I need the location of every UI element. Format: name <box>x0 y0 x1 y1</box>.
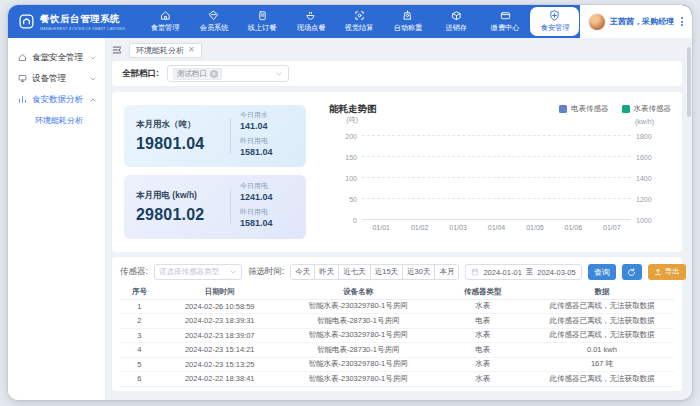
y-axis-unit-right: (kw/h) <box>635 118 654 125</box>
logo-text: 餐饮后台管理系统 MANAGEMENT SYSTEM OF SMART CANT… <box>40 13 135 31</box>
stat-card: 本月用水（吨）19801.04今日用水141.04昨日用电1581.04 <box>124 105 306 167</box>
sensor-select-placeholder: 请选择传感器类型 <box>159 267 229 277</box>
auto-weigh-icon <box>402 10 413 21</box>
legend-item[interactable]: 电表传感器 <box>559 104 609 114</box>
top-nav-item[interactable]: 食安管理 <box>530 7 579 36</box>
top-nav-item[interactable]: 进销存 <box>432 5 481 38</box>
table-cell: 2024-02-23 15:14:21 <box>159 343 281 358</box>
table-row[interactable]: 62024-02-22 18:38:41智能水表-230329780-1号房间水… <box>120 372 674 387</box>
records-table-wrap: 序号日期时间设备名称传感器类型数据12024-02-26 10:58:59智能水… <box>120 285 674 387</box>
top-nav-item[interactable]: 现场点餐 <box>287 5 336 38</box>
quick-range-button[interactable]: 近15天 <box>371 265 403 279</box>
table-cell: 电表 <box>436 314 530 329</box>
user-menu-dots-icon[interactable] <box>681 17 683 26</box>
stall-select[interactable]: 测试档口 ✕ <box>167 65 289 82</box>
table-row[interactable]: 32024-02-23 18:39:07智能水表-230329780-1号房间水… <box>120 328 674 343</box>
y-axis-tick-left: 0 <box>353 217 357 224</box>
stall-filter-label: 全部档口: <box>122 68 159 80</box>
sidebar-item-label: 食堂安全管理 <box>32 52 83 64</box>
stat-card-main: 本月用水（吨）19801.04 <box>136 119 228 153</box>
top-nav-item[interactable]: 会员系统 <box>189 5 238 38</box>
y-axis-tick-left: 100 <box>345 175 357 182</box>
top-nav-item[interactable]: 缴费中心 <box>481 5 530 38</box>
quick-range-group: 今天昨天近七天近15天近30天本月 <box>290 264 459 280</box>
date-start[interactable]: 2024-01-01 <box>483 268 521 277</box>
top-nav-item[interactable]: 自动称重 <box>384 5 433 38</box>
legend-label: 电表传感器 <box>571 104 609 114</box>
top-nav-item[interactable]: 视觉结算 <box>335 5 384 38</box>
quick-range-button[interactable]: 近30天 <box>403 265 435 279</box>
energy-trend-chart: 能耗走势图 电表传感器水表传感器 01000501200100140015016… <box>316 94 679 246</box>
records-card: 传感器: 请选择传感器类型 筛选时间: 今天昨天近七天近15天近30天本月 20… <box>112 257 682 391</box>
refresh-button[interactable] <box>622 264 642 280</box>
quick-range-button[interactable]: 昨天 <box>315 265 339 279</box>
table-cell: 此传感器已离线，无法获取数据 <box>530 372 674 387</box>
legend-item[interactable]: 水表传感器 <box>622 104 672 114</box>
stat-card-main: 本月用电 (kw/h)29801.02 <box>136 190 228 224</box>
app-title: 餐饮后台管理系统 <box>40 13 135 26</box>
stat-sub-values: 今日用水141.04昨日用电1581.04 <box>240 110 273 162</box>
app-logo: 餐饮后台管理系统 MANAGEMENT SYSTEM OF SMART CANT… <box>8 5 141 38</box>
quick-range-button[interactable]: 近七天 <box>339 265 371 279</box>
inventory-icon <box>451 10 462 21</box>
query-button[interactable]: 查询 <box>588 264 616 280</box>
chevron-down-icon <box>89 75 97 83</box>
sidebar-item[interactable]: 食安数据分析 <box>8 89 105 110</box>
stall-tag-label: 测试档口 <box>177 69 207 79</box>
canteen-safety-icon <box>18 53 27 62</box>
export-button[interactable]: 导出 <box>648 264 686 280</box>
tab-env-energy-analysis[interactable]: 环境能耗分析 ✕ <box>129 43 202 58</box>
table-row[interactable]: 52024-02-23 15:13:25智能水表-230329780-1号房间水… <box>120 357 674 372</box>
y-axis-tick-left: 200 <box>345 133 357 140</box>
top-nav-item-label: 视觉结算 <box>345 23 374 33</box>
top-nav-item[interactable]: 食堂管理 <box>141 5 190 38</box>
top-nav: 食堂管理会员系统线上订餐现场点餐视觉结算自动称重进销存缴费中心食安管理 <box>141 5 580 38</box>
table-cell: 水表 <box>436 357 530 372</box>
table-row[interactable]: 12024-02-26 10:58:59智能水表-230329780-1号房间水… <box>120 299 674 314</box>
sidebar-item[interactable]: 设备管理 <box>8 68 105 89</box>
sensor-type-select[interactable]: 请选择传感器类型 <box>154 264 242 280</box>
stat-sub-label: 昨日用电 <box>240 207 273 217</box>
table-cell: 智能电表-28730-1号房间 <box>281 343 436 358</box>
top-nav-item-label: 食堂管理 <box>151 23 180 33</box>
table-row[interactable]: 42024-02-23 15:14:21智能电表-28730-1号房间电表0.0… <box>120 343 674 358</box>
legend-swatch <box>559 105 567 113</box>
quick-range-button[interactable]: 今天 <box>291 265 315 279</box>
sidebar-item[interactable]: 食堂安全管理 <box>8 47 105 68</box>
quick-range-button[interactable]: 本月 <box>435 265 458 279</box>
avatar[interactable] <box>589 14 605 30</box>
table-cell: 2024-02-26 10:58:59 <box>159 299 281 314</box>
top-nav-item-label: 缴费中心 <box>491 23 520 33</box>
stall-tag-remove-icon[interactable]: ✕ <box>210 70 218 78</box>
table-cell: 智能水表-230329780-1号房间 <box>281 357 436 372</box>
y-axis-tick-right: 1400 <box>636 175 652 182</box>
table-cell: 智能电表-28730-1号房间 <box>281 314 436 329</box>
table-cell: 智能水表-230329780-1号房间 <box>281 328 436 343</box>
table-cell: 4 <box>120 343 159 358</box>
chevron-down-icon <box>89 54 97 62</box>
chart-gridline <box>362 156 631 157</box>
stat-value: 29801.02 <box>136 206 228 224</box>
top-nav-item[interactable]: 线上订餐 <box>238 5 287 38</box>
x-axis-label: 01/01 <box>372 224 390 231</box>
chart-gridline <box>362 135 631 136</box>
sidebar-subitem[interactable]: 环境能耗分析 <box>8 110 105 130</box>
y-axis-tick-left: 50 <box>349 196 357 203</box>
table-cell: 5 <box>120 357 159 372</box>
stat-value: 19801.04 <box>136 135 228 153</box>
chart-gridline <box>362 219 631 220</box>
x-axis-label: 01/04 <box>488 224 506 231</box>
scrollbar-thumb[interactable] <box>687 47 691 117</box>
table-row[interactable]: 22024-02-23 18:39:31智能电表-28730-1号房间电表此传感… <box>120 314 674 329</box>
tab-close-icon[interactable]: ✕ <box>188 46 195 54</box>
food-safety-icon <box>549 10 560 21</box>
user-area[interactable]: 王茜茜，采购经理 <box>580 5 692 38</box>
collapse-menu-icon[interactable] <box>112 45 122 55</box>
date-end[interactable]: 2024-03-05 <box>537 268 575 277</box>
refresh-icon <box>627 268 636 277</box>
date-range-picker[interactable]: 2024-01-01 至 2024-03-05 <box>465 264 581 280</box>
y-axis-tick-right: 1000 <box>636 217 652 224</box>
table-header-cell: 设备名称 <box>281 285 436 299</box>
member-icon <box>208 10 219 21</box>
table-cell: 水表 <box>436 328 530 343</box>
